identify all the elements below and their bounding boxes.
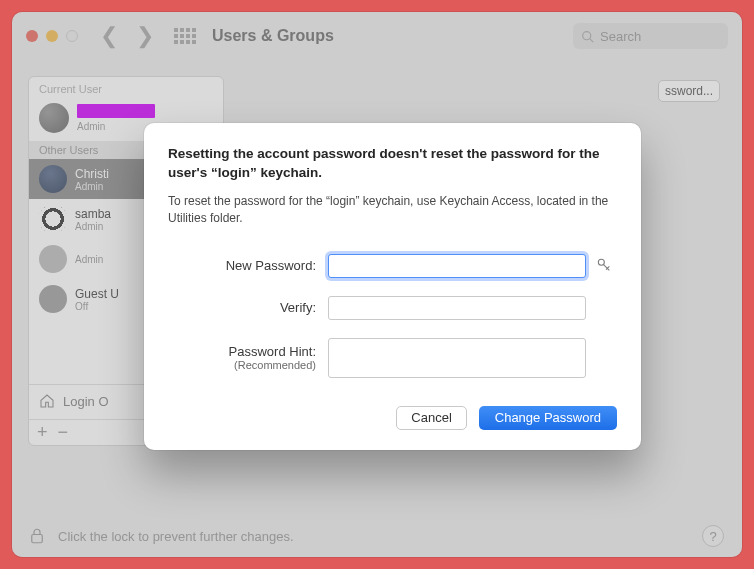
preferences-window: ❮ ❯ Users & Groups Search Current User xyxy=(12,12,742,557)
verify-label: Verify: xyxy=(168,300,328,315)
verify-password-input[interactable] xyxy=(328,296,586,320)
reset-password-dialog: Resetting the account password doesn't r… xyxy=(144,123,641,450)
cancel-button[interactable]: Cancel xyxy=(396,406,466,430)
new-password-label: New Password: xyxy=(168,258,328,273)
dialog-button-row: Cancel Change Password xyxy=(168,406,617,430)
key-icon[interactable] xyxy=(596,257,612,277)
new-password-input[interactable] xyxy=(328,254,586,278)
dialog-subtitle: To reset the password for the “login” ke… xyxy=(168,193,617,228)
dialog-title: Resetting the account password doesn't r… xyxy=(168,145,617,183)
password-form: New Password: Verify: Password Hint: xyxy=(168,254,617,378)
password-hint-input[interactable] xyxy=(328,338,586,378)
hint-label: Password Hint: (Recommended) xyxy=(168,344,328,371)
change-password-button[interactable]: Change Password xyxy=(479,406,617,430)
